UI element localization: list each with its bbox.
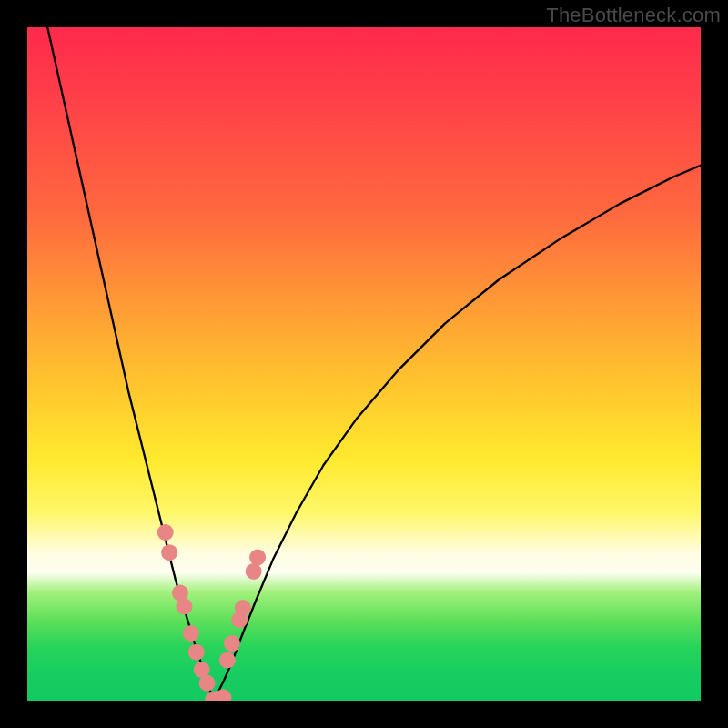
marker-dot: [235, 600, 251, 616]
marker-dot: [199, 675, 216, 692]
marker-dot: [157, 524, 174, 541]
watermark-text: TheBottleneck.com: [546, 4, 721, 27]
marker-dot: [249, 549, 266, 565]
marker-dot: [183, 625, 199, 642]
curve-right-curve: [213, 166, 701, 701]
marker-dot: [219, 652, 236, 669]
marker-dot: [188, 644, 205, 661]
marker-dot: [224, 635, 240, 652]
marker-dot: [246, 563, 262, 580]
plot-area: [27, 27, 701, 701]
marker-dot: [176, 598, 192, 614]
markers-group: [157, 524, 266, 701]
chart-frame: TheBottleneck.com: [0, 0, 728, 728]
curves-group: [47, 27, 701, 701]
marker-dot: [161, 544, 177, 561]
chart-svg: [27, 27, 701, 701]
